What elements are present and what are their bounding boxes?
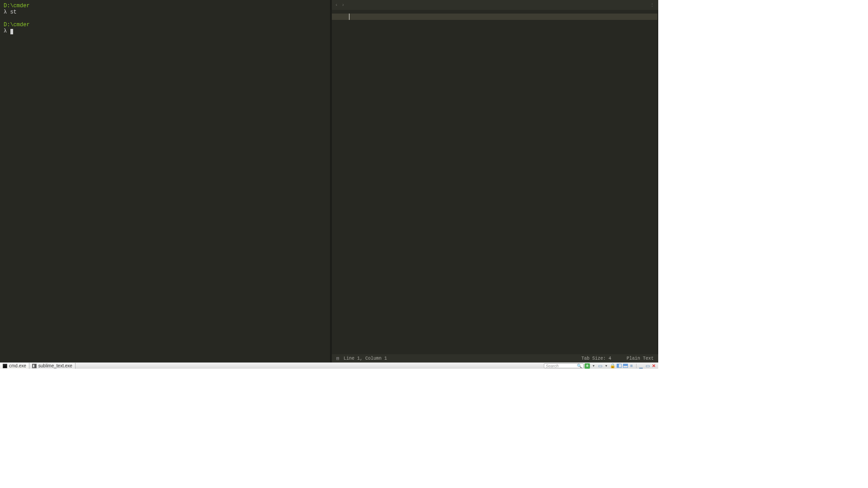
terminal-pane[interactable]: D:\cmder λ st D:\cmder λ (0, 0, 330, 362)
terminal-line: D:\cmder (4, 22, 326, 28)
terminal-cursor (10, 28, 13, 34)
taskbar: cmd.exe sublime_text.exe Search 🔍 + ▾ ▭ … (0, 362, 658, 369)
terminal-prompt: λ (4, 9, 7, 15)
workspace: D:\cmder λ st D:\cmder λ ‹ › ⋮ 1 (0, 0, 658, 362)
terminal-line: λ (4, 28, 326, 34)
tab-history-forward-icon[interactable]: › (341, 2, 345, 8)
editor-cursor (349, 14, 349, 20)
show-panel-button[interactable]: ▭ (597, 363, 603, 369)
tray-separator (636, 364, 637, 368)
taskbar-tab-cmd[interactable]: cmd.exe (0, 363, 29, 369)
tabbar-menu-icon[interactable]: ⋮ (650, 2, 656, 8)
menu-icon[interactable]: ≡ (629, 363, 634, 369)
terminal-blank-line (4, 15, 326, 22)
editor-pane: ‹ › ⋮ 1 ▤ Line 1, Column 1 Tab Size: 4 P… (332, 0, 658, 362)
layout-left-icon[interactable] (616, 363, 622, 369)
statusbar-position[interactable]: Line 1, Column 1 (344, 356, 387, 361)
terminal-prompt: λ (4, 28, 7, 34)
taskbar-tab-label: sublime_text.exe (38, 363, 72, 368)
minimap-edge (657, 10, 658, 354)
taskbar-tab-sublime[interactable]: sublime_text.exe (29, 363, 75, 369)
maximize-button[interactable]: ▭ (645, 363, 650, 369)
editor-text-area[interactable] (348, 10, 657, 354)
terminal-path: D:\cmder (4, 22, 30, 28)
terminal-line: λ st (4, 9, 326, 15)
search-icon: 🔍 (577, 364, 582, 368)
new-console-dropdown-icon[interactable]: ▾ (591, 363, 596, 369)
editor-gutter: 1 (332, 10, 348, 354)
search-placeholder: Search (546, 364, 559, 368)
taskbar-tray: Search 🔍 + ▾ ▭ ▾ 🔒 ≡ ▁ ▭ ✕ (542, 363, 658, 369)
tab-history-back-icon[interactable]: ‹ (335, 2, 339, 8)
terminal-line: D:\cmder (4, 3, 326, 9)
editor-body[interactable]: 1 (332, 10, 658, 354)
terminal-command: st (10, 9, 16, 15)
new-console-button[interactable]: + (585, 363, 590, 369)
lock-icon[interactable]: 🔒 (610, 363, 615, 369)
layout-top-icon[interactable] (623, 363, 628, 369)
terminal-path: D:\cmder (4, 3, 30, 9)
editor-tabbar: ‹ › ⋮ (332, 0, 658, 10)
minimize-button[interactable]: ▁ (638, 363, 644, 369)
taskbar-tab-label: cmd.exe (9, 363, 26, 368)
search-input[interactable]: Search 🔍 (544, 363, 584, 368)
show-panel-dropdown-icon[interactable]: ▾ (604, 363, 609, 369)
terminal-icon (3, 364, 7, 368)
editor-statusbar: ▤ Line 1, Column 1 Tab Size: 4 Plain Tex… (332, 354, 658, 362)
statusbar-tab-size[interactable]: Tab Size: 4 (581, 356, 611, 361)
close-button[interactable]: ✕ (651, 363, 656, 369)
statusbar-menu-icon[interactable]: ▤ (336, 356, 339, 361)
sublime-icon (32, 364, 37, 368)
statusbar-syntax[interactable]: Plain Text (627, 356, 654, 361)
current-line-highlight (332, 14, 657, 20)
